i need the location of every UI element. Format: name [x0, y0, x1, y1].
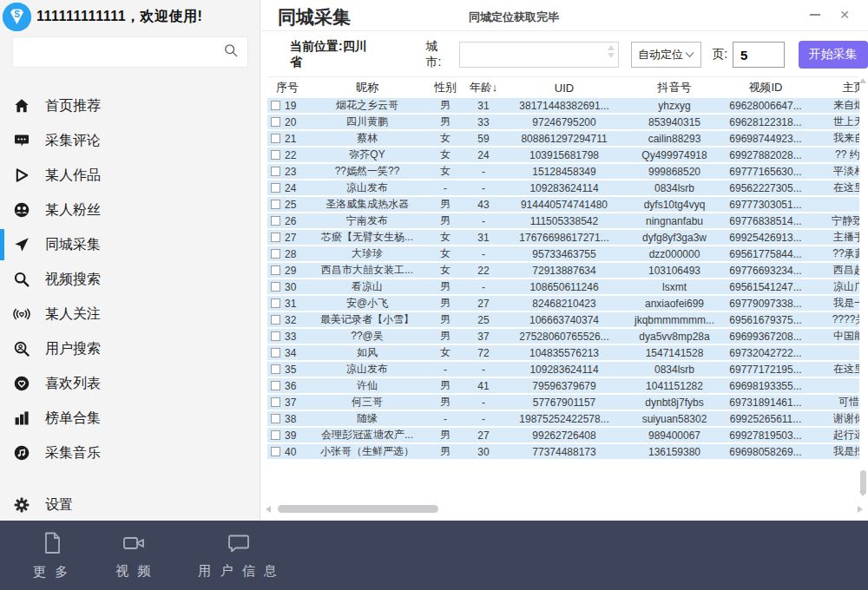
table-row[interactable]: 39会理彭冠蓝塘农产...男27992627264089894000676992…	[267, 428, 859, 444]
sidebar-item-2[interactable]: 采集评论	[0, 123, 260, 158]
cell-no-text: 26	[285, 215, 296, 227]
row-checkbox[interactable]	[271, 101, 280, 110]
sidebar-item-11[interactable]: 采集音乐	[0, 436, 260, 470]
row-checkbox[interactable]	[271, 315, 280, 324]
table-row[interactable]: 24凉山发布--1092836241140834lsrb69562227305.…	[267, 180, 859, 197]
bottombar-item-1[interactable]: 更 多	[33, 531, 70, 580]
table-row[interactable]: 27芯瘀【无臂女生杨...女3117676698617271...dyfg8yf…	[267, 230, 859, 246]
cell-gender: 男	[427, 329, 464, 344]
column-header-uid[interactable]: UID	[503, 82, 625, 95]
table-row[interactable]: 29西昌市大囍女装工...女22729138876341031064936977…	[267, 263, 859, 279]
table-row[interactable]: 32最美记录者【小雪】男25106663740374jkqbmmmmmm...6…	[267, 312, 859, 329]
row-checkbox[interactable]	[271, 200, 280, 209]
sidebar-item-4[interactable]: 某人粉丝	[0, 193, 260, 227]
table-row[interactable]: 22弥芥QY女24103915681798Qy49997491869927882…	[267, 148, 859, 164]
row-checkbox[interactable]	[271, 364, 280, 374]
row-checkbox[interactable]	[271, 167, 280, 176]
spinner-up-icon[interactable]	[608, 45, 615, 50]
cell-age: 59	[464, 133, 503, 145]
close-button[interactable]: ✕	[833, 5, 856, 24]
close-icon: ✕	[839, 8, 850, 22]
table-row[interactable]: 20四川黄鹏男339724679520085394031569628122318…	[267, 115, 859, 131]
row-checkbox[interactable]	[271, 298, 280, 308]
locate-mode-select[interactable]: 自动定位	[631, 42, 701, 68]
column-header-no[interactable]: 序号	[267, 80, 307, 95]
cell-no-text: 40	[285, 446, 296, 458]
row-checkbox[interactable]	[271, 150, 280, 160]
row-checkbox[interactable]	[271, 430, 280, 440]
page-count-input[interactable]	[733, 43, 783, 67]
row-checkbox[interactable]	[271, 266, 280, 275]
vertical-scrollbar[interactable]	[858, 78, 868, 505]
sidebar-item-1[interactable]: 首页推荐	[0, 88, 260, 123]
horizontal-scrollbar[interactable]	[266, 504, 863, 515]
column-header-age[interactable]: 年龄↓	[464, 80, 503, 95]
spinner-down-icon[interactable]	[608, 53, 615, 58]
scroll-up-icon[interactable]	[859, 78, 866, 83]
bottombar-item-3[interactable]: 用 户 信 息	[198, 532, 279, 580]
city-input[interactable]	[460, 49, 608, 62]
sidebar-item-5[interactable]: 同城采集	[0, 227, 260, 262]
scroll-down-icon[interactable]	[859, 491, 866, 496]
start-collect-button[interactable]: 开始采集	[799, 41, 868, 69]
city-input-spinner[interactable]	[608, 45, 615, 58]
sidebar-item-3[interactable]: 某人作品	[0, 158, 260, 193]
table-row[interactable]: 30看凉山男-108650611246lsxmt69561541247...凉山…	[267, 279, 859, 296]
minimize-button[interactable]	[804, 5, 826, 24]
table-row[interactable]: 25圣洛威集成热水器男43914440574741480dyfs10tg4vyq…	[267, 197, 859, 213]
sidebar-item-settings[interactable]: 设置	[0, 488, 260, 522]
table-row[interactable]: 19烟花之乡云哥男3138171448382691...yhzxyg696280…	[267, 98, 859, 115]
bottombar-item-2[interactable]: 视 频	[115, 532, 153, 580]
column-header-gender[interactable]: 性别	[427, 80, 464, 95]
sidebar-item-6[interactable]: 视频搜索	[0, 262, 260, 297]
table-row[interactable]: 40小张哥（生鲜严选）男3077374488173136159380696980…	[267, 444, 859, 461]
search-input[interactable]	[13, 37, 223, 67]
table-row[interactable]: 37何三哥男-57767901157dynbt8j7fybs6973189146…	[267, 395, 859, 411]
scroll-right-icon[interactable]	[858, 506, 863, 513]
table-row[interactable]: 28大珍珍女-95733463755dzz00000069561775844..…	[267, 246, 859, 263]
table-row[interactable]: 33??@吴男3727528060765526...dya5vv8mp28a69…	[267, 329, 859, 345]
row-checkbox[interactable]	[271, 249, 280, 259]
sidebar-search[interactable]	[12, 36, 248, 68]
search-icon[interactable]	[223, 43, 239, 62]
sidebar-item-10[interactable]: 榜单合集	[0, 401, 260, 436]
row-checkbox[interactable]	[271, 397, 280, 407]
row-checkbox[interactable]	[271, 233, 280, 242]
row-checkbox[interactable]	[271, 381, 280, 390]
scroll-left-icon[interactable]	[266, 506, 271, 513]
sidebar-item-8[interactable]: 用户搜索	[0, 331, 260, 366]
sidebar-item-9[interactable]: 喜欢列表	[0, 366, 260, 401]
cell-douyin: ningnanfabu	[625, 215, 724, 227]
cell-gender: 男	[427, 428, 464, 442]
table-row[interactable]: 34如风女72104835576213154714152869732042722…	[267, 345, 859, 362]
cell-sign: 来自烟花之	[807, 98, 859, 113]
row-checkbox[interactable]	[271, 183, 280, 193]
app-window: S 111111111111，欢迎使用! 首页推荐采集评论某人作品某人粉丝同城采…	[0, 0, 868, 590]
table-row[interactable]: 21蔡林女59808861297294711cailin882936969874…	[267, 131, 859, 148]
row-checkbox[interactable]	[271, 331, 280, 341]
horizontal-scroll-thumb[interactable]	[278, 505, 438, 513]
column-header-vid[interactable]: 视频ID	[724, 80, 807, 95]
row-checkbox[interactable]	[271, 282, 280, 292]
column-header-nick[interactable]: 昵称	[307, 80, 427, 95]
table-row[interactable]: 26宁南发布男-111505338542ningnanfabu697768385…	[267, 213, 859, 230]
table-row[interactable]: 31安@小飞男2782468210423anxiaofei69969779097…	[267, 296, 859, 312]
table-row[interactable]: 35凉山发布--1092836241140834lsrb69777172195.…	[267, 362, 859, 378]
table-row[interactable]: 36许仙男4179596379679104115128269698193355.…	[267, 378, 859, 395]
row-checkbox[interactable]	[271, 414, 280, 423]
row-checkbox[interactable]	[271, 117, 280, 127]
row-checkbox[interactable]	[271, 134, 280, 143]
table-row[interactable]: 38随缘--19875252422578...suiyuan5830269925…	[267, 411, 859, 428]
chat-bubble-icon	[227, 532, 251, 558]
row-checkbox[interactable]	[271, 447, 280, 456]
cell-vid: 69698193355...	[724, 380, 807, 392]
column-header-sign[interactable]: 主页签	[807, 80, 859, 95]
table-row[interactable]: 23??嫣然一笑??女-1512845834999986852069777165…	[267, 164, 859, 180]
sidebar-item-7[interactable]: 某人关注	[0, 297, 260, 331]
row-checkbox[interactable]	[271, 216, 280, 226]
row-checkbox[interactable]	[271, 348, 280, 357]
cell-sign: ????关注我	[807, 312, 859, 327]
sidebar-item-label: 设置	[45, 496, 73, 515]
column-header-douyin[interactable]: 抖音号	[625, 80, 724, 95]
cell-sign: ?? 约稿/原	[807, 148, 859, 162]
